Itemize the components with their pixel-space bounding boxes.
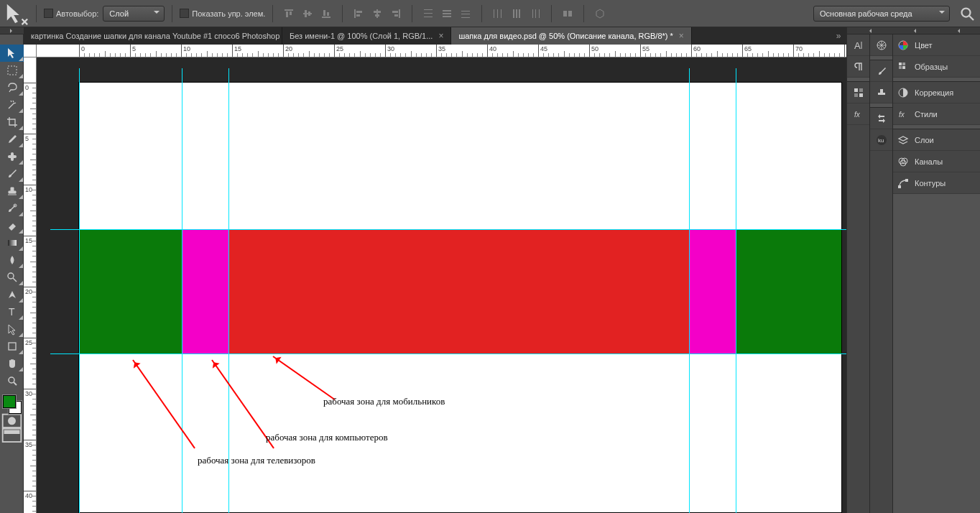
character-panel-icon[interactable]: A <box>847 34 869 56</box>
ruler-vertical[interactable]: 0510152025303540 <box>24 57 37 513</box>
dist-right-icon[interactable] <box>527 6 544 22</box>
heal-tool[interactable] <box>0 148 24 165</box>
clone-source-icon[interactable] <box>870 82 892 103</box>
panel-icon-column-a: A fx <box>847 34 870 513</box>
guide-horizontal[interactable] <box>50 353 846 354</box>
align-top-icon[interactable] <box>280 6 297 22</box>
svg-rect-26 <box>461 17 470 18</box>
svg-point-49 <box>9 377 14 383</box>
align-bottom-icon[interactable] <box>318 6 335 22</box>
move-tool[interactable] <box>0 45 24 62</box>
foreground-color-swatch[interactable] <box>3 395 16 408</box>
panel-paths[interactable]: Контуры <box>893 172 980 194</box>
shape-tool[interactable] <box>0 338 24 355</box>
svg-rect-24 <box>461 11 470 11</box>
styles-fx-panel-icon[interactable]: fx <box>847 103 869 125</box>
marquee-tool[interactable] <box>0 62 24 79</box>
dist-left-icon[interactable] <box>489 6 507 22</box>
dist-vcenter-icon[interactable] <box>438 6 456 22</box>
type-tool[interactable]: T <box>0 303 24 320</box>
crop-tool[interactable] <box>0 114 24 131</box>
zoom-tool[interactable] <box>0 372 24 389</box>
svg-rect-11 <box>356 14 360 17</box>
dist-top-icon[interactable] <box>420 6 437 22</box>
search-icon[interactable] <box>958 6 976 22</box>
panel-layers[interactable]: Слои <box>893 129 980 151</box>
panel-swatches[interactable]: Образцы <box>893 56 980 78</box>
svg-rect-75 <box>898 185 901 188</box>
history-brush-tool[interactable] <box>0 200 24 217</box>
panel-channels[interactable]: Каналы <box>893 151 980 172</box>
document-tab[interactable]: картинка Создание шапки для канала Youtu… <box>24 27 282 45</box>
pc-zone-left <box>182 229 228 353</box>
brush-tool[interactable] <box>0 165 24 182</box>
hand-tool[interactable] <box>0 355 24 372</box>
guide-horizontal[interactable] <box>50 229 846 230</box>
canvas-area: 051015202530354045505560657075 051015202… <box>24 45 846 513</box>
panel-color[interactable]: Цвет <box>893 34 980 56</box>
active-tool-indicator <box>4 4 29 23</box>
align-vcenter-icon[interactable] <box>299 6 316 22</box>
lasso-tool[interactable] <box>0 79 24 96</box>
close-icon[interactable]: × <box>679 31 684 41</box>
close-icon[interactable]: × <box>438 31 443 41</box>
svg-rect-5 <box>308 11 310 16</box>
show-transform-controls-checkbox[interactable]: Показать упр. элем. <box>180 9 265 18</box>
guide-vertical[interactable] <box>228 68 229 513</box>
workspace-dropdown[interactable]: Основная рабочая среда <box>813 6 950 22</box>
align-hcenter-icon[interactable] <box>369 6 386 22</box>
panel-adjustments[interactable]: Коррекция <box>893 82 980 103</box>
guide-vertical[interactable] <box>182 68 182 513</box>
gradient-tool[interactable] <box>0 234 24 251</box>
guide-vertical[interactable] <box>736 68 736 513</box>
stamp-tool[interactable] <box>0 182 24 200</box>
swatches-panel-icon[interactable] <box>847 82 869 103</box>
pen-tool[interactable] <box>0 286 24 303</box>
actions-panel-icon[interactable] <box>870 108 892 129</box>
align-right-icon[interactable] <box>387 6 405 22</box>
toolbox: T <box>0 34 24 513</box>
dist-hcenter-icon[interactable] <box>508 6 525 22</box>
document-tab[interactable]: Без имени-1 @ 100% (Слой 1, RGB/1... × <box>282 27 451 45</box>
blur-tool[interactable] <box>0 251 24 269</box>
toolbox-expand-toggle[interactable] <box>0 27 24 34</box>
svg-point-38 <box>962 8 971 17</box>
ku-badge-icon[interactable]: ku <box>870 129 892 151</box>
dist-bottom-icon[interactable] <box>457 6 474 22</box>
svg-rect-1 <box>286 11 288 17</box>
guide-vertical[interactable] <box>689 68 690 513</box>
viewport[interactable]: рабочая зона для мобильников рабочая зон… <box>37 57 846 513</box>
document-tab[interactable]: шапка для видео.psd @ 50% (Описание кана… <box>451 27 691 45</box>
eraser-tool[interactable] <box>0 217 24 234</box>
align-left-icon[interactable] <box>350 6 367 22</box>
ruler-origin[interactable] <box>24 45 37 57</box>
eyedropper-tool[interactable] <box>0 131 24 148</box>
brush-presets-icon[interactable] <box>870 60 892 82</box>
guide-vertical[interactable] <box>79 68 80 513</box>
path-select-tool[interactable] <box>0 320 24 338</box>
svg-rect-13 <box>374 11 381 13</box>
panel-styles[interactable]: fx Стили <box>893 103 980 125</box>
panel-collapse-bar[interactable] <box>847 27 980 34</box>
tab-overflow-icon[interactable]: » <box>831 27 846 45</box>
auto-align-icon[interactable] <box>559 6 576 22</box>
color-swatches[interactable] <box>0 394 24 414</box>
tv-zone-left <box>79 229 182 353</box>
navigator-panel-icon[interactable] <box>870 34 892 56</box>
arrow-tv <box>132 359 195 448</box>
ruler-horizontal[interactable]: 051015202530354045505560657075 <box>37 45 846 57</box>
svg-rect-68 <box>899 66 902 69</box>
svg-rect-20 <box>424 17 433 17</box>
dodge-tool[interactable] <box>0 269 24 286</box>
paragraph-panel-icon[interactable] <box>847 56 869 78</box>
svg-rect-36 <box>563 11 567 17</box>
3d-mode-icon[interactable] <box>591 6 609 22</box>
auto-select-mode-dropdown[interactable]: Слой <box>103 6 165 22</box>
auto-select-checkbox[interactable]: Автовыбор: <box>44 9 98 18</box>
wand-tool[interactable] <box>0 96 24 114</box>
svg-rect-17 <box>394 14 398 17</box>
svg-rect-30 <box>513 9 514 18</box>
screenmode-toggle[interactable] <box>0 428 24 443</box>
svg-rect-16 <box>392 11 398 13</box>
svg-rect-14 <box>375 14 379 17</box>
